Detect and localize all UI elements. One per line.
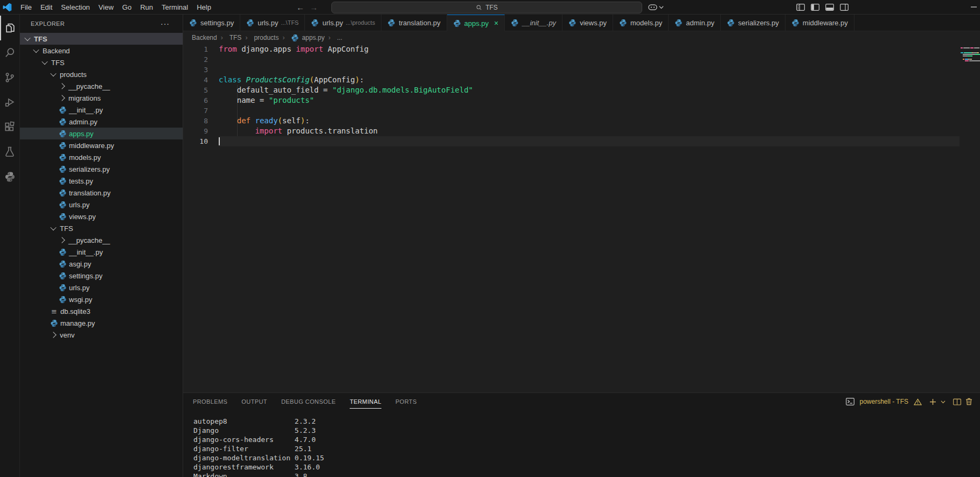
tree-item--init-py[interactable]: __init__.py <box>20 246 183 258</box>
breadcrumb-item-tfs[interactable]: TFS <box>217 34 242 41</box>
python-icon <box>59 165 67 173</box>
tree-root-tfs[interactable]: TFS <box>20 33 183 45</box>
tree-item-products[interactable]: products <box>20 68 183 80</box>
terminal-output[interactable]: autopep8 2.3.2 Django 5.2.3 django-cors-… <box>183 410 980 477</box>
tree-item-wsgi-py[interactable]: wsgi.py <box>20 293 183 305</box>
tree-item-urls-py[interactable]: urls.py <box>20 282 183 293</box>
activity-python[interactable] <box>0 164 19 189</box>
menu-file[interactable]: File <box>16 3 36 11</box>
tree-item-label: TFS <box>60 225 73 233</box>
tree-item-views-py[interactable]: views.py <box>20 211 183 222</box>
panel-tab-problems[interactable]: PROBLEMS <box>193 395 227 409</box>
close-icon[interactable] <box>494 19 498 27</box>
tree-item-manage-py[interactable]: manage.py <box>20 317 183 329</box>
search-icon <box>476 4 482 11</box>
tree-item-db-sqlite3[interactable]: ≡db.sqlite3 <box>20 305 183 317</box>
menu-run[interactable]: Run <box>136 3 157 11</box>
bottom-panel: PROBLEMSOUTPUTDEBUG CONSOLETERMINALPORTS… <box>183 392 980 477</box>
activity-search[interactable] <box>0 40 19 65</box>
tab-urls-py[interactable]: urls.py...\TFS <box>240 15 305 31</box>
tab-serializers-py[interactable]: serializers.py <box>721 15 786 31</box>
python-icon <box>619 19 627 27</box>
menu-selection[interactable]: Selection <box>57 3 94 11</box>
python-icon <box>59 213 67 221</box>
more-actions-icon[interactable]: ··· <box>161 19 170 28</box>
menu-go[interactable]: Go <box>118 3 136 11</box>
split-terminal-icon[interactable] <box>953 398 961 405</box>
kill-terminal-icon[interactable] <box>965 398 972 405</box>
breadcrumb-item--[interactable]: ... <box>324 34 342 41</box>
tab-views-py[interactable]: views.py <box>562 15 613 31</box>
breadcrumb-item-products[interactable]: products <box>241 34 279 41</box>
tree-item-label: settings.py <box>69 272 102 280</box>
tree-item-settings-py[interactable]: settings.py <box>20 270 183 282</box>
menu-edit[interactable]: Edit <box>36 3 57 11</box>
tab-models-py[interactable]: models.py <box>613 15 669 31</box>
new-terminal-icon[interactable] <box>929 398 936 405</box>
tab-urls-py[interactable]: urls.py...\products <box>305 15 381 31</box>
minimap-line <box>961 52 979 53</box>
tree-item-asgi-py[interactable]: asgi.py <box>20 258 183 270</box>
line-number: 1 <box>183 44 208 54</box>
terminal-title[interactable]: powershell - TFS <box>860 398 908 405</box>
breadcrumb-item-apps-py[interactable]: apps.py <box>279 34 324 42</box>
tab-translation-py[interactable]: translation.py <box>381 15 447 31</box>
menu-help[interactable]: Help <box>192 3 216 11</box>
tab-admin-py[interactable]: admin.py <box>669 15 721 31</box>
tree-item-translation-py[interactable]: translation.py <box>20 187 183 199</box>
tree-item--init-py[interactable]: __init__.py <box>20 104 183 116</box>
explorer-header: EXPLORER ··· <box>20 15 183 33</box>
command-center-search[interactable]: TFS <box>331 2 642 13</box>
tab-label: serializers.py <box>738 19 779 27</box>
activity-testing[interactable] <box>0 139 19 164</box>
python-icon <box>727 19 735 27</box>
python-icon <box>59 248 67 256</box>
breadcrumb-item-backend[interactable]: Backend <box>192 34 217 41</box>
minimize-button[interactable] <box>968 0 979 14</box>
nav-back-icon[interactable]: ← <box>296 3 304 12</box>
tree-item-venv[interactable]: venv <box>20 329 183 341</box>
customize-layout-icon[interactable] <box>796 4 805 11</box>
minimap-line <box>961 55 972 57</box>
tree-item-models-py[interactable]: models.py <box>20 151 183 163</box>
tree-item-backend[interactable]: Backend <box>20 45 183 57</box>
tab-middleware-py[interactable]: middleware.py <box>786 15 854 31</box>
nav-forward-icon[interactable]: → <box>310 3 318 12</box>
tab--init-py[interactable]: __init__.py <box>505 15 562 31</box>
panel-tab-terminal[interactable]: TERMINAL <box>350 395 381 409</box>
activity-source-control[interactable] <box>0 65 19 90</box>
tree-item-apps-py[interactable]: apps.py <box>20 128 183 139</box>
code-lines: 1from django.apps import AppConfig234cla… <box>183 44 980 146</box>
tree-item-admin-py[interactable]: admin.py <box>20 116 183 128</box>
tree-item-tests-py[interactable]: tests.py <box>20 175 183 187</box>
tree-item-label: db.sqlite3 <box>60 307 91 315</box>
minimap[interactable] <box>960 44 980 392</box>
menu-view[interactable]: View <box>94 3 118 11</box>
toggle-secondary-sidebar-icon[interactable] <box>840 4 849 11</box>
tree-item-tfs[interactable]: TFS <box>20 57 183 68</box>
tree-item--pycache-[interactable]: __pycache__ <box>20 234 183 246</box>
toggle-panel-icon[interactable] <box>825 4 834 11</box>
tree-item-middleware-py[interactable]: middleware.py <box>20 139 183 151</box>
panel-tab-debug-console[interactable]: DEBUG CONSOLE <box>281 395 336 409</box>
panel-tab-ports[interactable]: PORTS <box>395 395 417 409</box>
tree-item-urls-py[interactable]: urls.py <box>20 199 183 211</box>
toggle-primary-sidebar-icon[interactable] <box>811 4 819 11</box>
chevron-down-icon[interactable] <box>941 400 946 404</box>
copilot-menu[interactable] <box>648 0 664 14</box>
tab-settings-py[interactable]: settings.py <box>183 15 240 31</box>
activity-extensions[interactable] <box>0 115 19 139</box>
code-editor[interactable]: 1from django.apps import AppConfig234cla… <box>183 44 980 392</box>
code-line-7: 7 <box>183 106 980 116</box>
tree-item--pycache-[interactable]: __pycache__ <box>20 80 183 92</box>
panel-tab-output[interactable]: OUTPUT <box>241 395 267 409</box>
menu-terminal[interactable]: Terminal <box>157 3 192 11</box>
activity-run-debug[interactable] <box>0 90 19 115</box>
explorer-sidebar: EXPLORER ··· TFS BackendTFSproducts__pyc… <box>20 15 183 477</box>
python-icon <box>59 118 67 126</box>
activity-explorer[interactable] <box>0 16 19 40</box>
tree-item-serializers-py[interactable]: serializers.py <box>20 163 183 175</box>
tree-item-migrations[interactable]: migrations <box>20 92 183 104</box>
tab-apps-py[interactable]: apps.py <box>447 15 505 31</box>
tree-item-tfs[interactable]: TFS <box>20 222 183 234</box>
